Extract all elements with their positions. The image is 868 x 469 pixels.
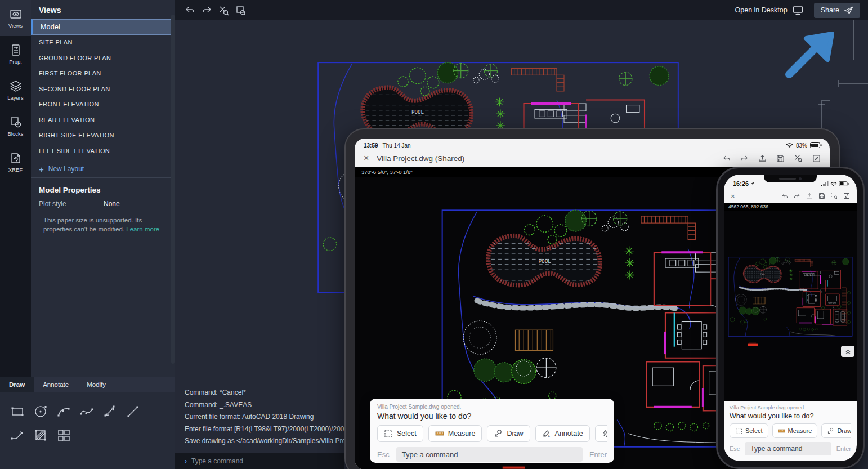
close-icon[interactable]: ×	[731, 192, 735, 200]
array-tool-button[interactable]	[52, 423, 75, 447]
blocks-icon	[10, 116, 22, 128]
tab-annotate[interactable]: Annotate	[34, 377, 78, 392]
view-item[interactable]: LEFT SIDE ELEVATION	[31, 143, 175, 159]
rail-label: Layers	[7, 95, 24, 101]
xref-icon	[10, 152, 22, 164]
select-button[interactable]: Select	[377, 425, 423, 442]
view-item[interactable]: FRONT ELEVATION	[31, 97, 175, 113]
spline-tool-button[interactable]	[75, 400, 98, 423]
phone-site-plan	[727, 256, 853, 347]
annotate-button[interactable]: A Annotate	[535, 425, 590, 442]
view-item[interactable]: REAR ELEVATION	[31, 112, 175, 128]
share-plane-icon	[844, 6, 853, 15]
hatch-tool-button[interactable]	[29, 423, 52, 447]
command-input[interactable]: › Type a command	[175, 453, 344, 469]
select-button[interactable]: Select	[730, 423, 768, 438]
phone-command-dialog: Villa Project Sample.dwg opened. What wo…	[724, 401, 857, 461]
blue-arrow-annotation	[781, 29, 838, 81]
close-icon[interactable]: ×	[364, 153, 369, 163]
view-item[interactable]: FIRST FLOOR PLAN	[31, 66, 175, 82]
dimension-tool-button[interactable]	[98, 400, 121, 423]
plot-style-row: Plot style None	[31, 200, 175, 208]
panel-scrollbar[interactable]	[171, 15, 175, 364]
view-item[interactable]: SECOND FLOOR PLAN	[31, 81, 175, 97]
left-icon-rail: Views Prop. Layers Blocks XREF	[0, 0, 31, 377]
circle-tool-button[interactable]	[29, 400, 52, 423]
tab-modify[interactable]: Modify	[78, 377, 115, 392]
phone-time: 16:26	[733, 180, 749, 187]
upload-icon[interactable]	[806, 193, 813, 199]
view-item[interactable]: RIGHT SIDE ELEVATION	[31, 128, 175, 144]
battery-icon	[810, 142, 822, 148]
zoom-window-button[interactable]	[232, 3, 249, 17]
enter-button[interactable]: Enter	[589, 450, 607, 459]
expand-icon[interactable]	[812, 154, 821, 163]
draw-button[interactable]: Draw	[821, 423, 851, 438]
battery-icon	[839, 181, 849, 186]
measure-button[interactable]: Measure	[428, 425, 482, 442]
command-history-line: Command: *Cancel*	[175, 388, 344, 401]
file-opened-text: Villa Project Sample.dwg opened.	[730, 405, 851, 410]
views-panel: Views Model SITE PLAN GROUND FLOOR PLAN …	[31, 0, 175, 377]
command-input-field[interactable]: Type a command	[396, 447, 583, 462]
command-history-line: Command: _.SAVEAS	[175, 401, 344, 413]
quick-trim-button[interactable]: Quick Trim	[595, 425, 607, 442]
rail-item-blocks[interactable]: Blocks	[0, 108, 31, 144]
undo-icon[interactable]	[722, 154, 731, 163]
draw-button[interactable]: Draw	[487, 425, 530, 442]
view-item[interactable]: GROUND FLOOR PLAN	[31, 50, 175, 66]
tablet-time: 13:59	[364, 142, 378, 149]
rail-item-properties[interactable]: Prop.	[0, 36, 31, 72]
new-layout-label: New Layout	[48, 165, 84, 173]
open-in-desktop-button[interactable]: Open in Desktop	[735, 6, 804, 15]
command-input-field[interactable]: Type a command	[745, 442, 831, 455]
measure-icon	[778, 427, 785, 435]
enter-button[interactable]: Enter	[836, 445, 851, 452]
esc-button[interactable]: Esc	[377, 450, 390, 459]
measure-button[interactable]: Measure	[772, 423, 818, 438]
save-icon[interactable]	[776, 154, 785, 163]
learn-more-link[interactable]: Learn more	[126, 226, 159, 233]
open-in-desktop-label: Open in Desktop	[735, 6, 788, 14]
redo-icon[interactable]	[794, 193, 800, 199]
trim-icon[interactable]	[831, 193, 838, 199]
quick-trim-icon	[602, 429, 607, 438]
view-item[interactable]: SITE PLAN	[31, 35, 175, 51]
command-history-line: Enter file format [R14(LT98&LT97)/2000(L…	[175, 425, 344, 437]
share-button[interactable]: Share	[814, 3, 860, 18]
plot-style-value[interactable]: None	[104, 200, 120, 208]
redo-button[interactable]	[198, 3, 215, 17]
select-label: Select	[397, 430, 417, 437]
line-tool-button[interactable]	[121, 400, 144, 423]
undo-button[interactable]	[181, 3, 198, 17]
redo-icon[interactable]	[740, 154, 749, 163]
phone-coordinates: 4562.065, 892.636	[724, 203, 857, 211]
draw-icon	[494, 429, 503, 438]
trim-icon[interactable]	[794, 154, 803, 163]
rail-label: XREF	[8, 167, 23, 173]
undo-icon[interactable]	[781, 193, 788, 199]
rail-item-layers[interactable]: Layers	[0, 72, 31, 108]
tablet-file-title: Villa Project.dwg (Shared)	[377, 154, 464, 163]
view-item-model[interactable]: Model	[31, 19, 175, 35]
arc-tool-button[interactable]	[52, 400, 75, 423]
command-history-line: Current file format: AutoCAD 2018 Drawin…	[175, 413, 344, 425]
rail-item-views[interactable]: Views	[0, 0, 31, 36]
save-icon[interactable]	[818, 193, 825, 199]
expand-icon[interactable]	[843, 193, 850, 199]
draw-label: Draw	[507, 430, 523, 437]
tab-draw[interactable]: Draw	[0, 377, 34, 392]
wifi-icon	[830, 181, 837, 186]
annotate-label: Annotate	[555, 430, 583, 437]
new-layout-button[interactable]: + New Layout	[31, 161, 175, 178]
upload-icon[interactable]	[758, 154, 767, 163]
trim-tool-button[interactable]	[215, 3, 232, 17]
dialog-question: What would you like to do?	[730, 412, 851, 420]
esc-button[interactable]: Esc	[730, 445, 740, 452]
collapse-panel-button[interactable]	[841, 346, 854, 357]
fillet-tool-button[interactable]	[6, 423, 29, 447]
svg-text:A: A	[548, 435, 550, 438]
rail-item-xref[interactable]: XREF	[0, 144, 31, 180]
rectangle-tool-button[interactable]	[6, 400, 29, 423]
file-opened-text: Villa Project Sample.dwg opened.	[377, 404, 607, 410]
